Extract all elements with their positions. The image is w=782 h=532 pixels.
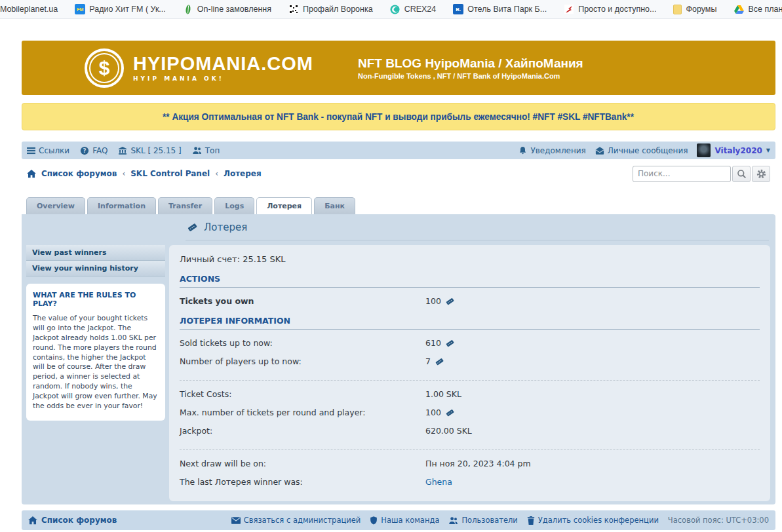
- row-players: Number of players up to now: 7: [180, 356, 760, 366]
- bookmark-profile-voronka[interactable]: Профайл Воронка: [288, 4, 373, 14]
- bookmark-forums[interactable]: Форумы: [673, 5, 716, 14]
- bookmark-label: Mobileplanet.ua: [0, 5, 58, 14]
- sidebar-item-winning-history[interactable]: View your winning history: [26, 261, 165, 276]
- b-favicon: B.: [453, 4, 463, 14]
- bookmark-label: Все планограммы...: [748, 5, 782, 14]
- last-winner-link[interactable]: Ghena: [425, 477, 452, 487]
- row-ticket-costs: Ticket Costs: 1.00 SKL: [180, 389, 760, 399]
- bookmark-crex24[interactable]: CREX24: [390, 4, 437, 14]
- tab-transfer[interactable]: Transfer: [158, 197, 212, 214]
- qr-favicon: [288, 4, 299, 14]
- sidebar-item-past-winners[interactable]: View past winners: [26, 245, 165, 261]
- svg-text:?: ?: [83, 147, 87, 154]
- main-navbar: Ссылки ? FAQ SKL [ 25.15 ] Топ: [22, 142, 775, 159]
- tab-lottery[interactable]: Лотерея: [256, 197, 312, 214]
- bookmark-label: Просто и доступно...: [578, 5, 656, 14]
- ticket-icon: [445, 339, 455, 348]
- bank-icon: [118, 146, 127, 155]
- footer-users[interactable]: Пользователи: [448, 516, 517, 525]
- nav-links[interactable]: Ссылки: [27, 146, 69, 155]
- forum-page: $ HYIPOMANIA.COM HYIP MANIA OK! NFT BLOG…: [22, 41, 775, 532]
- logo-text: HYIPOMANIA.COM: [133, 54, 313, 73]
- tickets-own-value: 100: [425, 296, 441, 306]
- lottery-panel: Лотерея View past winners View your winn…: [22, 214, 775, 504]
- tab-information[interactable]: Information: [87, 197, 156, 214]
- search-settings-button[interactable]: [752, 166, 770, 182]
- bell-icon: [518, 146, 527, 155]
- users-icon: [448, 516, 458, 525]
- bookmark-label: On-line замовлення: [197, 5, 271, 14]
- nav-private-messages[interactable]: Личные сообщения: [595, 146, 688, 155]
- bookmark-online-order[interactable]: On-line замовлення: [183, 4, 271, 14]
- folder-favicon: [673, 5, 682, 14]
- ticket-icon: [445, 297, 455, 306]
- row-tickets-own: Tickets you own 100: [180, 296, 760, 306]
- logo-tagline: HYIP MANIA OK!: [133, 75, 313, 82]
- drive-favicon: [733, 4, 744, 14]
- bookmark-prosto-dostupno[interactable]: Просто и доступно...: [564, 4, 656, 14]
- breadcrumb-row: Список форумов ‹ SKL Control Panel ‹ Лот…: [22, 159, 775, 188]
- avatar: [697, 143, 711, 157]
- breadcrumb-skl-panel[interactable]: SKL Control Panel: [130, 169, 210, 178]
- nav-top[interactable]: Топ: [192, 146, 220, 155]
- row-jackpot: Jackpot: 620.00 SKL: [180, 426, 760, 436]
- footer-forums-link[interactable]: Список форумов: [28, 516, 117, 525]
- timezone-text: Часовой пояс: UTC+03:00: [668, 516, 769, 525]
- footer-our-team[interactable]: Наша команда: [370, 516, 439, 525]
- shield-icon: [370, 516, 378, 525]
- section-actions: ACTIONS: [180, 274, 760, 288]
- row-next-draw: Next draw will be on: Пн ноя 20, 2023 4:…: [180, 459, 760, 468]
- breadcrumb-separator: ‹: [215, 169, 218, 178]
- tab-overview[interactable]: Overview: [26, 197, 85, 214]
- section-lottery-information: ЛОТЕРЕЯ INFORMATION: [180, 316, 760, 330]
- dollar-logo-icon: $: [85, 48, 124, 88]
- lottery-sidebar: View past winners View your winning hist…: [26, 245, 165, 421]
- bookmark-mobileplanet[interactable]: Mobileplanet.ua: [0, 5, 58, 14]
- site-logo[interactable]: $ HYIPOMANIA.COM HYIP MANIA OK!: [85, 48, 313, 88]
- fm-favicon: FM: [75, 4, 85, 14]
- breadcrumb-lottery[interactable]: Лотерея: [224, 169, 262, 178]
- bookmark-planograms[interactable]: Все планограммы...: [733, 4, 782, 14]
- site-title: NFT BLOG HyipoMania / ХайпоМания: [358, 56, 583, 71]
- users-icon: [192, 146, 202, 155]
- nav-skl-balance[interactable]: SKL [ 25.15 ]: [118, 146, 181, 155]
- bookmarks-bar: Mobileplanet.ua FM Радио Хит FM ( Ук... …: [0, 0, 782, 19]
- ticket-cost-value: 1.00 SKL: [425, 389, 461, 399]
- sold-tickets-value: 610: [425, 338, 441, 348]
- username: Vitaly2020: [714, 146, 762, 155]
- ticket-icon: [445, 408, 455, 417]
- bookmark-hotel-vita-park[interactable]: B. Отель Вита Парк Б...: [453, 4, 547, 14]
- breadcrumb: Список форумов ‹ SKL Control Panel ‹ Лот…: [27, 169, 262, 178]
- next-draw-value: Пн ноя 20, 2023 4:04 pm: [425, 459, 531, 468]
- breadcrumb-forums[interactable]: Список форумов: [41, 169, 117, 178]
- footer-delete-cookies[interactable]: Удалить cookies конференции: [527, 516, 659, 525]
- footer-contact-admin[interactable]: Связаться с администрацией: [231, 516, 361, 525]
- breadcrumb-separator: ‹: [122, 169, 125, 178]
- players-value: 7: [425, 356, 431, 366]
- inbox-icon: [595, 147, 604, 155]
- nav-faq[interactable]: ? FAQ: [80, 146, 108, 155]
- tab-bank[interactable]: Банк: [314, 197, 355, 214]
- site-header: $ HYIPOMANIA.COM HYIP MANIA OK! NFT BLOG…: [22, 41, 775, 95]
- row-sold-tickets: Sold tickets up to now: 610: [180, 338, 760, 348]
- row-last-winner: The last Лотерея winner was: Ghena: [180, 477, 760, 487]
- search-input[interactable]: [633, 166, 731, 182]
- ticket-icon: [435, 357, 444, 366]
- leaf-favicon: [183, 4, 193, 14]
- bookmark-label: Профайл Воронка: [303, 5, 373, 14]
- search-button[interactable]: [732, 166, 751, 182]
- bookmark-label: Отель Вита Парк Б...: [467, 5, 547, 14]
- bookmark-radio-fm[interactable]: FM Радио Хит FM ( Ук...: [75, 4, 166, 14]
- tab-logs[interactable]: Logs: [214, 197, 254, 214]
- home-icon: [28, 516, 37, 525]
- jackpot-value: 620.00 SKL: [425, 426, 472, 436]
- gear-icon: [756, 169, 766, 179]
- ticket-icon: [187, 222, 198, 233]
- trash-icon: [527, 516, 535, 525]
- lottery-content: Личный счет: 25.15 SKL ACTIONS Tickets y…: [169, 245, 770, 501]
- user-menu[interactable]: Vitaly2020 ▼: [697, 143, 770, 157]
- envelope-icon: [231, 517, 241, 524]
- nav-notifications[interactable]: Уведомления: [518, 146, 585, 155]
- question-icon: ?: [80, 146, 89, 155]
- cp-tabs: Overview Information Transfer Logs Лотер…: [22, 197, 775, 214]
